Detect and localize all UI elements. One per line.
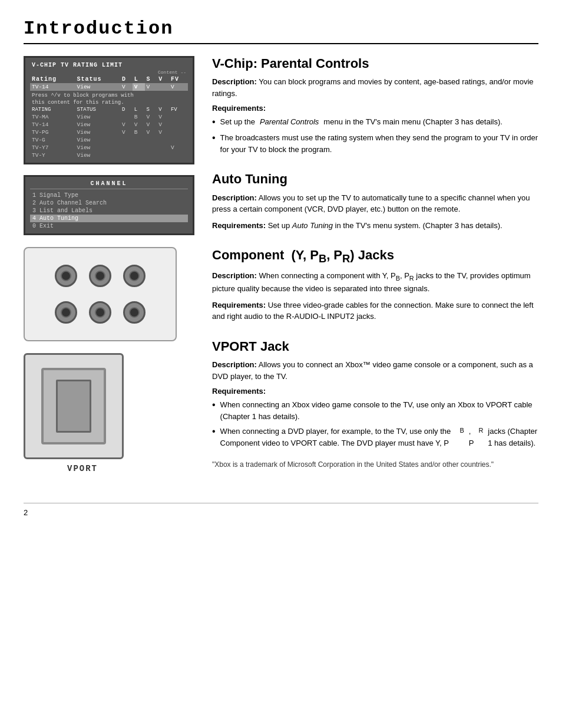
component-sub-r: R <box>342 252 350 265</box>
vport-section: VPORT Jack Description: Allows you to co… <box>212 339 538 469</box>
channel-screen-title: CHANNEL <box>30 180 188 189</box>
autotuning-description-label: Description: <box>212 193 257 202</box>
vport-image <box>24 353 124 459</box>
jack-3-inner <box>129 271 140 281</box>
press-text2: this content for this rating. <box>30 99 188 106</box>
jack-1 <box>55 265 77 287</box>
vchip-section: V-Chip: Parental Controls Description: Y… <box>212 56 538 155</box>
vchip-screen-title: V-CHIP TV RATING LIMIT <box>30 61 188 69</box>
xbox-footnote: "Xbox is a trademark of Microsoft Corpor… <box>212 460 538 469</box>
vchip-section-title: V-Chip: Parental Controls <box>212 56 538 71</box>
component-jacks-image <box>24 247 177 341</box>
vport-bullet-1: When connecting an Xbox video game conso… <box>212 399 538 422</box>
component-requirements: Requirements: Use three video-grade cabl… <box>212 299 538 322</box>
channel-item-1: 1 Signal Type <box>30 192 188 199</box>
autotuning-requirements-label: Requirements: <box>212 221 266 230</box>
vport-container: VPORT <box>24 353 141 473</box>
channel-item-4: 4 Auto Tuning <box>30 215 188 222</box>
component-description-label: Description: <box>212 271 257 280</box>
page-header: Introduction <box>24 18 538 44</box>
component-requirements-label: Requirements: <box>212 301 266 309</box>
component-description: Description: When connecting a component… <box>212 270 538 294</box>
jack-4 <box>55 301 77 324</box>
vchip-requirements-label: Requirements: <box>212 104 538 113</box>
vchip-bullet-2: The broadcasters must use the rating sys… <box>212 132 538 155</box>
jack-2-inner <box>95 271 105 281</box>
channel-item-2: 2 Auto Channel Search <box>30 199 188 207</box>
jack-5 <box>89 301 111 324</box>
content-label: Content -- <box>120 69 188 75</box>
autotuning-description: Description: Allows you to set up the TV… <box>212 192 538 215</box>
component-section-title: Component (Y, PB, PR) Jacks <box>212 248 538 265</box>
autotuning-description-text: Allows you to set up the TV to automatic… <box>212 193 530 214</box>
vport-section-title: VPORT Jack <box>212 339 538 354</box>
vport-bullet-2: When connecting a DVD player, for exampl… <box>212 426 538 449</box>
jack-row-top <box>55 265 146 287</box>
page-footer: 2 <box>24 503 538 517</box>
jack-row-bottom <box>55 301 146 324</box>
component-sub-b: B <box>319 252 326 265</box>
press-text: Press ^/v to block programs with <box>30 91 188 99</box>
vport-inner-rect <box>41 368 106 444</box>
channel-item-3: 3 List and Labels <box>30 207 188 215</box>
vchip-bullets: Set up the Parental Controls menu in the… <box>212 116 538 155</box>
vchip-bullet-1: Set up the Parental Controls menu in the… <box>212 116 538 129</box>
channel-screen: CHANNEL 1 Signal Type 2 Auto Channel Sea… <box>24 175 194 235</box>
jack-5-inner <box>95 307 105 318</box>
vport-slot <box>56 380 91 433</box>
jack-2 <box>89 265 111 287</box>
vport-description-text: Allows you to connect an Xbox™ video gam… <box>212 360 533 381</box>
vchip-description-text: You can block programs and movies by con… <box>212 77 534 98</box>
vport-bullets: When connecting an Xbox video game conso… <box>212 399 538 449</box>
main-content: V-CHIP TV RATING LIMIT Content -- Rating… <box>24 56 538 485</box>
right-column: V-Chip: Parental Controls Description: Y… <box>212 56 538 485</box>
jack-1-inner <box>61 271 71 281</box>
jack-4-inner <box>61 307 71 318</box>
vport-description-label: Description: <box>212 360 257 369</box>
jack-3 <box>123 265 146 287</box>
vport-requirements-label: Requirements: <box>212 387 538 396</box>
component-section: Component (Y, PB, PR) Jacks Description:… <box>212 248 538 322</box>
vport-label: VPORT <box>24 464 141 473</box>
autotuning-section: Auto Tuning Description: Allows you to s… <box>212 172 538 231</box>
page-title: Introduction <box>24 18 538 39</box>
vchip-description: Description: You can block programs and … <box>212 76 538 99</box>
vchip-screen: V-CHIP TV RATING LIMIT Content -- Rating… <box>24 56 194 164</box>
jack-6 <box>123 301 146 324</box>
left-column: V-CHIP TV RATING LIMIT Content -- Rating… <box>24 56 194 485</box>
autotuning-section-title: Auto Tuning <box>212 172 538 187</box>
autotuning-requirements: Requirements: Set up Auto Tuning in the … <box>212 220 538 232</box>
jack-6-inner <box>129 307 140 318</box>
channel-item-0: 0 Exit <box>30 222 188 230</box>
page-number: 2 <box>24 508 28 517</box>
vchip-description-label: Description: <box>212 77 257 86</box>
vport-description: Description: Allows you to connect an Xb… <box>212 359 538 382</box>
